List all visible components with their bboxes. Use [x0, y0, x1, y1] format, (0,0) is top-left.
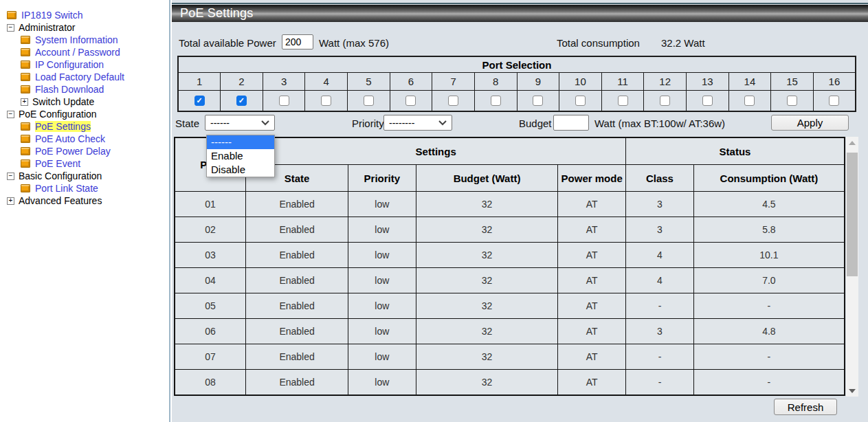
port-number-11: 11: [601, 73, 644, 91]
page-title: PoE Settings: [180, 6, 253, 20]
cell-power-mode: AT: [558, 217, 626, 243]
port-checkbox-cell: [390, 91, 432, 112]
sidebar-item-label[interactable]: PoE Event: [35, 158, 80, 169]
table-row-port-05: 05Enabledlow32AT--: [175, 293, 845, 319]
port-16-checkbox[interactable]: [829, 96, 839, 106]
sidebar-item-label[interactable]: System Information: [35, 34, 118, 45]
sidebar-item-label[interactable]: PoE Power Delay: [35, 146, 111, 157]
port-number-row: 12345678910111213141516: [178, 73, 856, 91]
port-15-checkbox[interactable]: [787, 96, 797, 106]
port-number-8: 8: [474, 73, 517, 91]
content-panel: PoE Settings Total available Power Watt …: [172, 0, 868, 422]
port-5-checkbox[interactable]: [364, 96, 374, 106]
folder-icon: [21, 36, 30, 44]
sidebar-item-flash-download[interactable]: Flash Download: [0, 83, 169, 96]
port-12-checkbox[interactable]: [660, 96, 670, 106]
sidebar-item-switch-update[interactable]: +Switch Update: [0, 96, 169, 108]
total-available-power-input[interactable]: [282, 34, 313, 49]
sidebar-item-label[interactable]: IP1819 Switch: [21, 10, 83, 21]
budget-unit: Watt (max BT:100w/ AT:36w): [594, 118, 725, 129]
priority-select[interactable]: --------: [383, 115, 452, 131]
sidebar-item-advanced-features[interactable]: +Advanced Features: [0, 195, 169, 207]
cell-priority: low: [348, 293, 416, 319]
cell-state: Enabled: [246, 370, 348, 396]
table-scrollbar[interactable]: [846, 137, 858, 397]
port-6-checkbox[interactable]: [405, 96, 416, 106]
scroll-down-icon[interactable]: [846, 385, 858, 397]
sidebar-item-label[interactable]: Port Link State: [35, 183, 98, 194]
scroll-up-icon[interactable]: [846, 137, 858, 148]
port-8-checkbox[interactable]: [491, 96, 501, 106]
dropdown-option-dashdashdashdashdashdash[interactable]: ------: [207, 135, 274, 149]
state-select[interactable]: ------: [205, 115, 275, 131]
cell-priority: low: [348, 370, 416, 396]
port-3-checkbox[interactable]: [279, 96, 289, 106]
expand-icon[interactable]: +: [7, 197, 14, 205]
cell-budget: 32: [416, 319, 557, 344]
collapse-icon[interactable]: −: [7, 173, 14, 180]
sidebar-item-label: Administrator: [19, 22, 75, 33]
port-9-checkbox[interactable]: [533, 96, 543, 106]
sidebar-item-port-link-state[interactable]: Port Link State: [0, 182, 169, 195]
port-11-checkbox[interactable]: [618, 96, 628, 106]
cell-consumption: -: [693, 344, 845, 370]
port-number-4: 4: [305, 73, 348, 91]
sidebar-item-label[interactable]: Flash Download: [35, 84, 104, 95]
sidebar-item-basic-configuration[interactable]: −Basic Configuration: [0, 170, 169, 182]
port-checkbox-row: ✓✓: [178, 91, 856, 112]
cell-class: 4: [626, 268, 694, 293]
port-10-checkbox[interactable]: [575, 96, 586, 106]
sidebar-item-poe-auto-check[interactable]: PoE Auto Check: [0, 133, 169, 145]
sidebar-item-system-information[interactable]: System Information: [0, 34, 169, 46]
cell-priority: low: [348, 268, 416, 293]
sidebar-item-label[interactable]: PoE Settings: [35, 121, 91, 132]
sidebar-item-administrator[interactable]: −Administrator: [0, 21, 169, 34]
sidebar-item-poe-settings[interactable]: PoE Settings: [0, 120, 169, 133]
port-14-checkbox[interactable]: [744, 96, 755, 106]
collapse-icon[interactable]: −: [7, 111, 14, 118]
sidebar-item-poe-configuration[interactable]: −PoE Configuration: [0, 108, 169, 120]
sidebar-item-ip-configuration[interactable]: IP Configuration: [0, 58, 169, 71]
port-number-10: 10: [559, 73, 602, 91]
sidebar: IP1819 Switch−AdministratorSystem Inform…: [0, 0, 170, 422]
cell-port: 01: [175, 192, 246, 217]
available-power-unit: Watt (max 576): [319, 37, 389, 49]
port-4-checkbox[interactable]: [321, 96, 331, 106]
sidebar-item-label[interactable]: Load Factory Default: [35, 71, 124, 82]
folder-icon: [21, 48, 30, 56]
port-number-9: 9: [517, 73, 559, 91]
port-2-checkbox[interactable]: ✓: [236, 96, 247, 106]
dropdown-option-enable[interactable]: Enable: [207, 149, 274, 163]
sidebar-item-account-password[interactable]: Account / Password: [0, 46, 169, 58]
sidebar-item-poe-power-delay[interactable]: PoE Power Delay: [0, 145, 169, 157]
folder-icon: [21, 147, 30, 155]
cell-consumption: -: [693, 370, 845, 396]
sidebar-item-label[interactable]: IP Configuration: [35, 59, 104, 70]
column-header-budget: Budget (Watt): [416, 165, 557, 192]
port-number-14: 14: [728, 73, 771, 91]
cell-priority: low: [348, 319, 416, 344]
collapse-icon[interactable]: −: [7, 24, 14, 32]
port-13-checkbox[interactable]: [702, 96, 713, 106]
dropdown-option-disable[interactable]: Disable: [207, 163, 274, 177]
sidebar-item-poe-event[interactable]: PoE Event: [0, 157, 169, 170]
budget-input[interactable]: [553, 115, 589, 131]
sidebar-item-ip1819-switch[interactable]: IP1819 Switch: [0, 9, 169, 21]
port-checkbox-cell: [728, 91, 771, 112]
port-number-12: 12: [644, 73, 687, 91]
expand-icon[interactable]: +: [21, 98, 28, 106]
port-1-checkbox[interactable]: ✓: [194, 96, 205, 106]
sidebar-item-label[interactable]: Account / Password: [35, 47, 120, 58]
port-number-5: 5: [348, 73, 390, 91]
scrollbar-thumb[interactable]: [847, 153, 858, 276]
port-7-checkbox[interactable]: [448, 96, 458, 106]
folder-icon: [21, 184, 30, 192]
port-number-7: 7: [432, 73, 475, 91]
sidebar-item-label[interactable]: PoE Auto Check: [35, 133, 105, 144]
sidebar-item-load-factory-default[interactable]: Load Factory Default: [0, 71, 169, 83]
refresh-button[interactable]: Refresh: [774, 399, 837, 415]
apply-button[interactable]: Apply: [771, 115, 849, 131]
cell-state: Enabled: [246, 268, 348, 293]
column-header-power-mode: Power mode: [558, 165, 626, 192]
cell-power-mode: AT: [558, 344, 626, 370]
